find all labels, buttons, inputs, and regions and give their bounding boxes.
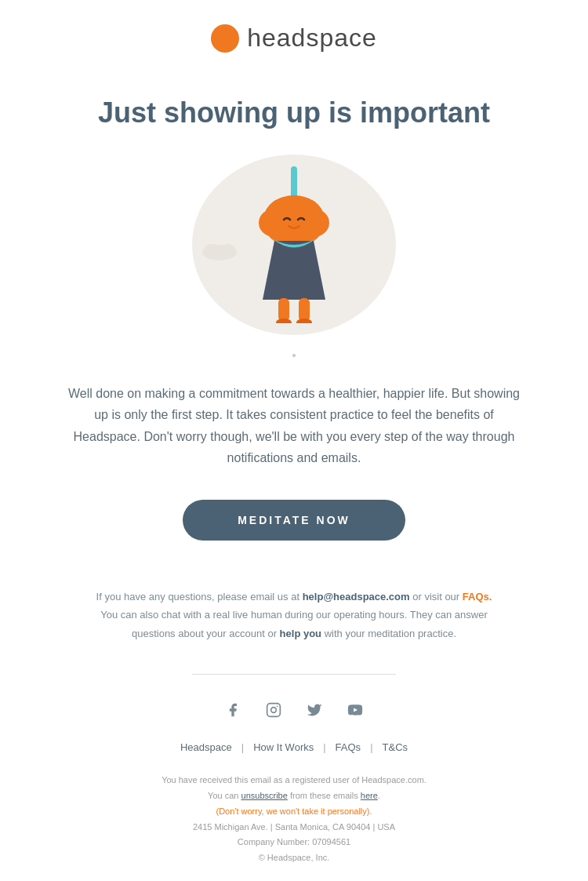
footer-nav-headspace[interactable]: Headspace [180, 741, 232, 753]
footer-email-link[interactable]: help@headspace.com [303, 591, 410, 603]
svg-point-14 [271, 708, 277, 713]
footer-nav-faqs[interactable]: FAQs [336, 741, 361, 753]
svg-rect-6 [278, 298, 289, 322]
footer-line2-post: with your meditation practice. [321, 628, 456, 639]
footer-nav-sep-2: | [323, 741, 325, 753]
footer-nav-tcs[interactable]: T&Cs [383, 741, 408, 753]
footer-info: If you have any questions, please email … [0, 572, 588, 666]
facebook-icon[interactable] [221, 698, 245, 722]
body-paragraph: Well done on making a commitment towards… [0, 375, 588, 492]
social-icons [0, 694, 588, 737]
cta-section: MEDITATE NOW [0, 492, 588, 572]
footer-nav: Headspace | How It Works | FAQs | T&Cs [0, 737, 588, 769]
logo-text: headspace [247, 24, 377, 53]
illustration-area [0, 139, 588, 343]
footer-nav-how-it-works[interactable]: How It Works [253, 741, 314, 753]
meditate-now-button[interactable]: MEDITATE NOW [183, 500, 405, 541]
footer-line2: You can also chat with a real live human… [100, 609, 488, 639]
instagram-icon[interactable] [262, 698, 285, 722]
small-cloud [200, 241, 239, 260]
illustration-background [192, 155, 396, 335]
email-container: headspace Just showing up is important [0, 0, 588, 881]
character-illustration [231, 166, 357, 323]
footer-nav-sep-1: | [241, 741, 244, 753]
here-link[interactable]: here [361, 791, 378, 800]
svg-point-8 [276, 319, 292, 323]
logo-dot [211, 24, 239, 53]
footer-nav-sep-3: | [370, 741, 372, 753]
header: headspace [0, 0, 588, 71]
footer-legal: You have received this email as a regist… [0, 769, 588, 881]
svg-point-12 [220, 244, 235, 257]
footer-legal-address: 2415 Michigan Ave. | Santa Monica, CA 90… [78, 820, 510, 835]
footer-line1-pre: If you have any questions, please email … [96, 591, 303, 603]
hero-title: Just showing up is important [0, 71, 588, 140]
svg-rect-7 [299, 298, 310, 322]
footer-legal-copyright: © Headspace, Inc. [78, 850, 510, 866]
dot-separator: ● [0, 343, 588, 375]
svg-point-11 [204, 244, 220, 257]
youtube-icon[interactable] [343, 698, 367, 722]
svg-point-15 [277, 706, 278, 708]
footer-legal-line2: You can unsubscribe from these emails he… [78, 788, 510, 804]
divider [192, 674, 396, 675]
svg-rect-13 [267, 704, 281, 717]
footer-legal-company: Company Number: 07094561 [78, 835, 510, 850]
logo: headspace [211, 24, 377, 53]
footer-legal-line1: You have received this email as a regist… [78, 773, 510, 788]
footer-help-link[interactable]: help you [280, 628, 321, 639]
svg-marker-5 [263, 241, 325, 300]
footer-line1-mid: or visit our [410, 591, 463, 603]
footer-legal-dont-worry: (Don't worry, we won't take it personall… [78, 804, 510, 820]
svg-point-9 [296, 319, 312, 323]
body-text-content: Well done on making a commitment towards… [68, 387, 520, 464]
twitter-icon[interactable] [303, 698, 326, 722]
unsubscribe-link[interactable]: unsubscribe [241, 791, 288, 800]
footer-line1: If you have any questions, please email … [96, 591, 492, 603]
footer-faqs-link[interactable]: FAQs. [463, 591, 492, 603]
